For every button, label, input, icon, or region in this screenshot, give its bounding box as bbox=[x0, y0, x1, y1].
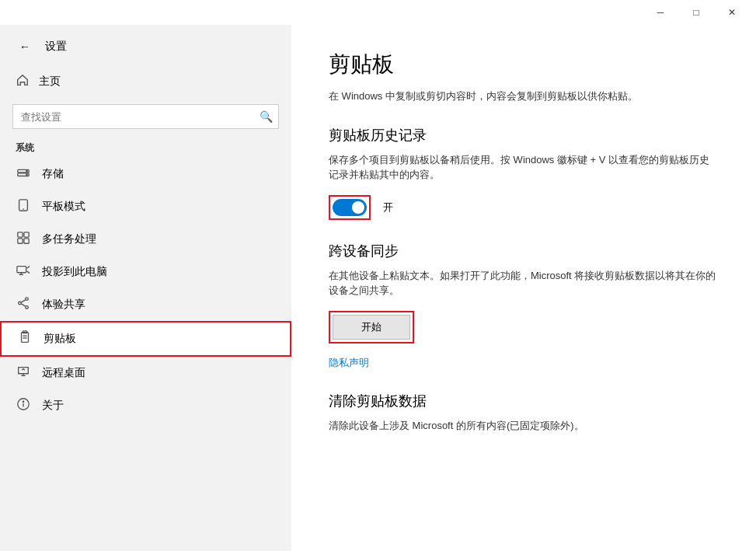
svg-line-14 bbox=[27, 271, 30, 274]
home-icon bbox=[16, 73, 30, 90]
clear-section-title: 清除剪贴板数据 bbox=[329, 392, 719, 410]
svg-point-16 bbox=[19, 302, 22, 305]
back-button[interactable]: ← bbox=[12, 34, 37, 59]
search-input[interactable] bbox=[12, 104, 279, 129]
svg-line-26 bbox=[22, 368, 23, 370]
about-icon bbox=[16, 397, 31, 414]
page-desc: 在 Windows 中复制或剪切内容时，内容会复制到剪贴板以供你粘贴。 bbox=[329, 89, 719, 104]
share-label: 体验共享 bbox=[42, 298, 85, 312]
history-toggle[interactable] bbox=[333, 199, 367, 216]
svg-point-17 bbox=[26, 306, 29, 309]
home-label: 主页 bbox=[39, 75, 61, 89]
history-section-title: 剪贴板历史记录 bbox=[329, 126, 719, 145]
clipboard-icon bbox=[17, 330, 33, 347]
clear-section-desc: 清除此设备上涉及 Microsoft 的所有内容(已固定项除外)。 bbox=[329, 418, 719, 434]
minimize-button[interactable]: ─ bbox=[643, 0, 678, 25]
sidebar-header: ← 设置 bbox=[0, 25, 291, 65]
start-button-container: 开始 bbox=[329, 311, 414, 344]
history-section-desc: 保存多个项目到剪贴板以备稍后使用。按 Windows 徽标键 + V 以查看您的… bbox=[329, 152, 719, 183]
svg-rect-10 bbox=[17, 267, 26, 273]
svg-point-3 bbox=[26, 174, 27, 175]
svg-line-27 bbox=[23, 368, 25, 370]
project-label: 投影到此电脑 bbox=[42, 265, 107, 279]
sidebar: ← 设置 主页 🔍 系统 bbox=[0, 25, 291, 551]
svg-point-15 bbox=[26, 298, 29, 301]
sidebar-item-share[interactable]: 体验共享 bbox=[0, 288, 291, 321]
storage-label: 存储 bbox=[42, 167, 64, 181]
window-controls: ─ □ ✕ bbox=[643, 0, 750, 25]
svg-rect-20 bbox=[22, 333, 29, 343]
sidebar-item-remote[interactable]: 远程桌面 bbox=[0, 357, 291, 389]
tablet-label: 平板模式 bbox=[42, 200, 85, 214]
project-icon bbox=[16, 263, 31, 281]
toggle-knob bbox=[352, 201, 364, 214]
maximize-button[interactable]: □ bbox=[678, 0, 714, 25]
storage-icon bbox=[16, 166, 31, 183]
close-button[interactable]: ✕ bbox=[714, 0, 750, 25]
sidebar-item-clipboard[interactable]: 剪贴板 bbox=[0, 321, 291, 357]
toggle-on-label: 开 bbox=[383, 201, 393, 214]
clipboard-label: 剪贴板 bbox=[44, 332, 76, 346]
start-button[interactable]: 开始 bbox=[333, 315, 410, 340]
sidebar-item-multitask[interactable]: 多任务处理 bbox=[0, 223, 291, 256]
share-icon bbox=[16, 296, 31, 313]
remote-label: 远程桌面 bbox=[42, 366, 85, 380]
privacy-link[interactable]: 隐私声明 bbox=[329, 356, 719, 370]
search-icon: 🔍 bbox=[260, 110, 273, 123]
sync-section-title: 跨设备同步 bbox=[329, 242, 719, 260]
history-toggle-row: 开 bbox=[329, 195, 719, 220]
svg-rect-9 bbox=[24, 239, 29, 243]
main-content: 剪贴板 在 Windows 中复制或剪切内容时，内容会复制到剪贴板以供你粘贴。 … bbox=[291, 25, 756, 551]
svg-line-18 bbox=[21, 300, 25, 302]
svg-point-30 bbox=[23, 401, 23, 402]
svg-line-19 bbox=[21, 304, 25, 306]
multitask-label: 多任务处理 bbox=[42, 232, 96, 246]
sidebar-item-project[interactable]: 投影到此电脑 bbox=[0, 256, 291, 288]
remote-icon bbox=[16, 364, 31, 382]
svg-rect-7 bbox=[24, 232, 29, 237]
multitask-icon bbox=[16, 231, 31, 248]
page-title: 剪贴板 bbox=[329, 50, 719, 79]
sidebar-item-storage[interactable]: 存储 bbox=[0, 158, 291, 190]
sync-section-desc: 在其他设备上粘贴文本。如果打开了此功能，Microsoft 将接收剪贴板数据以将… bbox=[329, 268, 719, 298]
tablet-icon bbox=[16, 198, 31, 215]
system-section-label: 系统 bbox=[0, 138, 291, 158]
sidebar-item-home[interactable]: 主页 bbox=[0, 65, 291, 98]
svg-line-13 bbox=[27, 267, 30, 269]
history-toggle-container bbox=[329, 195, 371, 220]
svg-point-2 bbox=[26, 170, 27, 171]
svg-rect-6 bbox=[18, 232, 23, 237]
sidebar-item-about[interactable]: 关于 bbox=[0, 389, 291, 422]
app-container: ← 设置 主页 🔍 系统 bbox=[0, 25, 756, 551]
settings-title: 设置 bbox=[45, 40, 67, 54]
title-bar: ─ □ ✕ bbox=[0, 0, 756, 25]
svg-rect-8 bbox=[18, 239, 23, 243]
sidebar-item-tablet[interactable]: 平板模式 bbox=[0, 190, 291, 223]
about-label: 关于 bbox=[42, 399, 64, 413]
search-box: 🔍 bbox=[12, 104, 279, 129]
